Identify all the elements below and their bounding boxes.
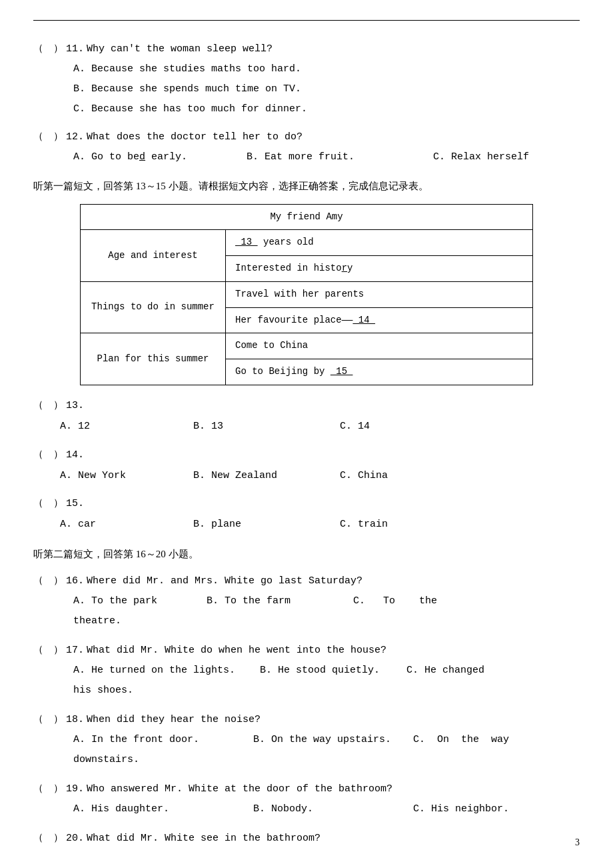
q17-optA: A. He turned on the lights. xyxy=(73,661,260,681)
q16-number: 16. xyxy=(66,571,84,591)
q16-optC-label: C. To the xyxy=(353,591,437,611)
label-plan: Plan for this summer xyxy=(81,333,226,385)
q17-paren: （ ） xyxy=(33,639,63,659)
q12-optC: C. Relax herself xyxy=(433,147,540,167)
q15-paren: （ ） xyxy=(33,494,63,514)
q15-label xyxy=(87,494,93,514)
q17-options: A. He turned on the lights. B. He stood … xyxy=(33,661,580,681)
q11-optB: B. Because she spends much time on TV. xyxy=(33,79,580,99)
table-row-age-1: Age and interest 13 years old xyxy=(81,230,533,256)
q11-paren: （ ） xyxy=(33,39,63,59)
q11-number: 11. xyxy=(66,39,84,59)
q12-paren: （ ） xyxy=(33,127,63,147)
q15-number: 15. xyxy=(66,494,84,514)
top-divider xyxy=(33,20,580,21)
q12-optA: A. Go to bed early. xyxy=(73,147,207,167)
q11-text: Why can't the woman sleep well? xyxy=(87,39,273,59)
q15-options: A. car B. plane C. train xyxy=(33,514,580,535)
q16-line: （ ） 16. Where did Mr. and Mrs. White go … xyxy=(33,570,580,591)
q19-optA: A. His daughter. xyxy=(73,799,253,819)
content-china: Come to China xyxy=(226,333,533,359)
content-interest: Interested in history xyxy=(226,256,533,282)
q14-optA: A. New York xyxy=(60,465,193,487)
table-title: My friend Amy xyxy=(81,204,533,230)
q17-line: （ ） 17. What did Mr. White do when he we… xyxy=(33,639,580,661)
q17-optC-wrap: his shoes. xyxy=(33,681,580,701)
q16-optA: A. To the park xyxy=(73,591,207,611)
q14-paren: （ ） xyxy=(33,445,63,465)
q16-text: Where did Mr. and Mrs. White go last Sat… xyxy=(87,571,362,591)
content-beijing: Go to Beijing by 15 xyxy=(226,359,533,385)
question-17: （ ） 17. What did Mr. White do when he we… xyxy=(33,639,580,701)
q15-optA: A. car xyxy=(60,514,193,535)
q18-optC-wrap: downstairs. xyxy=(33,750,580,770)
question-16: （ ） 16. Where did Mr. and Mrs. White go … xyxy=(33,570,580,631)
section2-instruction: 听第一篇短文，回答第 13～15 小题。请根据短文内容，选择正确答案，完成信息记… xyxy=(33,177,580,196)
q18-options: A. In the front door. B. On the way upst… xyxy=(33,730,580,750)
q15-line: （ ） 15. xyxy=(33,494,580,514)
q11-optC: C. Because she has too much for dinner. xyxy=(33,99,580,119)
q16-optC-wrap: theatre. xyxy=(33,611,580,631)
q14-options: A. New York B. New Zealand C. China xyxy=(33,465,580,487)
content-favourite: Her favourite place—— 14 xyxy=(226,307,533,333)
question-19: （ ） 19. Who answered Mr. White at the do… xyxy=(33,778,580,819)
q18-optC-label: C. On the way xyxy=(413,730,509,750)
q13-optC: C. 14 xyxy=(340,416,446,437)
q19-optB: B. Nobody. xyxy=(253,799,413,819)
question-14: （ ） 14. A. New York B. New Zealand C. Ch… xyxy=(33,445,580,487)
q17-optC-label: C. He changed xyxy=(406,661,484,681)
q16-paren: （ ） xyxy=(33,570,63,590)
q14-number: 14. xyxy=(66,445,84,465)
section3-instruction: 听第二篇短文，回答第 16～20 小题。 xyxy=(33,545,580,564)
content-age: 13 years old xyxy=(226,230,533,256)
q12-number: 12. xyxy=(66,127,84,147)
table-title-row: My friend Amy xyxy=(81,204,533,230)
q13-optB: B. 13 xyxy=(193,416,340,437)
q18-optB: B. On the way upstairs. xyxy=(253,730,413,750)
q18-number: 18. xyxy=(66,710,84,730)
q15-optC: C. train xyxy=(340,514,446,535)
q12-options: A. Go to bed early. B. Eat more fruit. C… xyxy=(33,147,580,167)
question-12: （ ） 12. What does the doctor tell her to… xyxy=(33,127,580,167)
q17-optB: B. He stood quietly. xyxy=(260,661,406,681)
q14-line: （ ） 14. xyxy=(33,445,580,465)
q18-optA: A. In the front door. xyxy=(73,730,253,750)
q18-paren: （ ） xyxy=(33,709,63,729)
q19-number: 19. xyxy=(66,779,84,799)
label-age-interest: Age and interest xyxy=(81,230,226,282)
q20-paren: （ ） xyxy=(33,827,63,847)
q12-text: What does the doctor tell her to do? xyxy=(87,127,303,147)
q17-number: 17. xyxy=(66,641,84,661)
q13-options: A. 12 B. 13 C. 14 xyxy=(33,416,580,437)
q13-line: （ ） 13. xyxy=(33,396,580,416)
q19-options: A. His daughter. B. Nobody. C. His neigh… xyxy=(33,799,580,819)
question-18: （ ） 18. When did they hear the noise? A.… xyxy=(33,709,580,770)
question-20: （ ） 20. What did Mr. White see in the ba… xyxy=(33,827,580,849)
q13-number: 13. xyxy=(66,396,84,416)
q19-paren: （ ） xyxy=(33,778,63,798)
q12-optB: B. Eat more fruit. xyxy=(247,147,393,167)
table-row-plan-1: Plan for this summer Come to China xyxy=(81,333,533,359)
q14-label xyxy=(87,445,93,465)
q12-line: （ ） 12. What does the doctor tell her to… xyxy=(33,127,580,147)
q13-paren: （ ） xyxy=(33,396,63,416)
info-table: My friend Amy Age and interest 13 years … xyxy=(80,204,533,386)
question-11: （ ） 11. Why can't the woman sleep well? … xyxy=(33,39,580,119)
question-13: （ ） 13. A. 12 B. 13 C. 14 xyxy=(33,396,580,437)
q20-line: （ ） 20. What did Mr. White see in the ba… xyxy=(33,827,580,849)
q18-line: （ ） 18. When did they hear the noise? xyxy=(33,709,580,730)
q18-text: When did they hear the noise? xyxy=(87,710,261,730)
table-row-things-1: Things to do in summer Travel with her p… xyxy=(81,281,533,307)
q14-optB: B. New Zealand xyxy=(193,465,340,487)
q14-optC: C. China xyxy=(340,465,446,487)
q19-optC: C. His neighbor. xyxy=(413,799,509,819)
q19-line: （ ） 19. Who answered Mr. White at the do… xyxy=(33,778,580,799)
q19-text: Who answered Mr. White at the door of th… xyxy=(87,779,392,799)
q11-optA: A. Because she studies maths too hard. xyxy=(33,59,580,79)
q20-number: 20. xyxy=(66,829,84,849)
q11-line: （ ） 11. Why can't the woman sleep well? xyxy=(33,39,580,59)
q16-optB: B. To the farm xyxy=(207,591,353,611)
q20-text: What did Mr. White see in the bathroom? xyxy=(87,829,320,849)
label-things: Things to do in summer xyxy=(81,281,226,333)
q17-text: What did Mr. White do when he went into … xyxy=(87,641,386,661)
